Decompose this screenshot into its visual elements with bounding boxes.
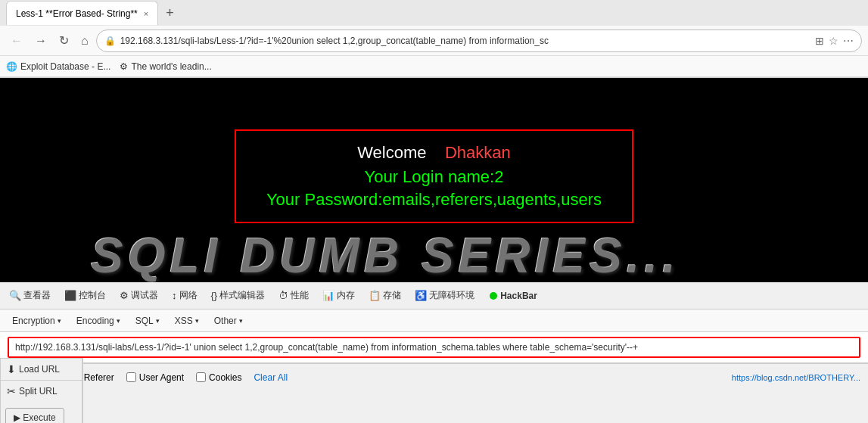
encryption-arrow: ▾ — [58, 317, 61, 325]
new-tab-button[interactable]: + — [161, 5, 179, 21]
hackbar-bottom-bar: Post data Referer User Agent Cookies C — [0, 363, 868, 390]
tab-title: Less-1 **Error Based- String** — [16, 8, 138, 19]
devtools-toolbar: 🔍 查看器 ⬛ 控制台 ⚙ 调试器 ↕ 网络 — [0, 282, 868, 309]
cookies-checkbox[interactable]: Cookies — [196, 372, 241, 383]
load-url-icon: ⬇ — [7, 363, 16, 375]
hackbar-menus: Encryption ▾ Encoding ▾ SQL ▾ XSS ▾ Othe… — [0, 309, 868, 332]
devtools-tab-style-editor[interactable]: {} 样式编辑器 — [207, 286, 270, 305]
welcome-text: Welcome — [357, 143, 426, 162]
devtools-tab-performance[interactable]: ⏱ 性能 — [274, 286, 313, 305]
hackbar-tab[interactable]: HackBar — [484, 288, 543, 304]
hackbar-dot — [490, 292, 497, 300]
accessibility-icon: ♿ — [415, 290, 427, 301]
tab-close-button[interactable]: × — [144, 9, 148, 18]
execute-container: ▶ Execute — [0, 402, 82, 423]
devtools-tab-storage[interactable]: 📋 存储 — [364, 286, 406, 305]
devtools-tab-console[interactable]: ⬛ 控制台 — [60, 286, 110, 305]
extensions-icon[interactable]: ⊞ — [815, 35, 824, 47]
menu-sql[interactable]: SQL ▾ — [129, 313, 166, 329]
forward-button[interactable]: → — [30, 31, 51, 51]
page-content: Welcome Dhakkan Your Login name:2 Your P… — [0, 78, 868, 282]
security-icon: 🔒 — [104, 36, 116, 46]
console-icon: ⬛ — [64, 290, 76, 301]
user-agent-input[interactable] — [126, 372, 136, 382]
devtools-tab-memory[interactable]: 📊 内存 — [318, 286, 359, 305]
bookmark-exploit-db[interactable]: 🌐 Exploit Database - E... — [6, 61, 110, 72]
devtools-tab-accessibility[interactable]: ♿ 无障碍环境 — [410, 286, 479, 305]
more-icon[interactable]: ⋯ — [843, 35, 854, 47]
devtools-tab-network[interactable]: ↕ 网络 — [167, 286, 202, 305]
execute-button[interactable]: ▶ Execute — [5, 408, 64, 423]
devtools-tab-debugger[interactable]: ⚙ 调试器 — [115, 286, 163, 305]
xss-arrow: ▾ — [195, 317, 199, 325]
content-area: Welcome Dhakkan Your Login name:2 Your P… — [0, 78, 868, 423]
sqli-title: SQLI DUMB SERIES... — [0, 229, 868, 282]
active-tab[interactable]: Less-1 **Error Based- String** × — [6, 1, 158, 25]
welcome-line: Welcome Dhakkan — [266, 143, 602, 163]
login-name-line: Your Login name:2 — [266, 167, 602, 187]
url-display-box[interactable]: http://192.168.3.131/sqli-labs/Less-1/?i… — [8, 337, 860, 358]
bookmark-icon-1: 🌐 — [6, 61, 17, 72]
performance-icon: ⏱ — [278, 290, 288, 301]
other-arrow: ▾ — [239, 317, 243, 325]
menu-other[interactable]: Other ▾ — [208, 313, 249, 329]
split-url-button[interactable]: ✂ Split URL — [0, 380, 82, 402]
bottom-link: https://blog.csdn.net/BROTHERY... — [732, 373, 860, 382]
bookmarks-bar: 🌐 Exploit Database - E... ⚙ The world's … — [0, 56, 868, 77]
url-input[interactable] — [120, 36, 810, 46]
devtools-tab-inspector[interactable]: 🔍 查看器 — [5, 286, 55, 305]
memory-icon: 📊 — [322, 290, 334, 301]
menu-encoding[interactable]: Encoding ▾ — [70, 313, 126, 329]
split-url-icon: ✂ — [7, 385, 16, 397]
back-button[interactable]: ← — [6, 31, 27, 51]
encoding-arrow: ▾ — [117, 317, 120, 325]
home-button[interactable]: ⌂ — [76, 31, 93, 51]
main-area: Welcome Dhakkan Your Login name:2 Your P… — [0, 78, 868, 423]
network-icon: ↕ — [172, 290, 177, 301]
nav-bar: ← → ↻ ⌂ 🔒 ⊞ ☆ ⋯ — [0, 26, 868, 56]
user-agent-checkbox[interactable]: User Agent — [126, 372, 184, 383]
menu-xss[interactable]: XSS ▾ — [169, 313, 205, 329]
storage-icon: 📋 — [369, 290, 381, 301]
url-area: http://192.168.3.131/sqli-labs/Less-1/?i… — [0, 332, 868, 363]
tab-bar: Less-1 **Error Based- String** × + — [0, 0, 868, 26]
style-editor-icon: {} — [211, 290, 218, 301]
bookmark-world[interactable]: ⚙ The world's leadin... — [120, 61, 211, 72]
hackbar-sidebar: ⬇ Load URL ✂ Split URL ▶ Execute — [0, 358, 83, 423]
bookmark-icon-2: ⚙ — [120, 61, 128, 72]
address-bar[interactable]: 🔒 ⊞ ☆ ⋯ — [96, 30, 862, 52]
password-line: Your Password:emails,referers,uagents,us… — [266, 190, 602, 210]
devtools-tabs: 🔍 查看器 ⬛ 控制台 ⚙ 调试器 ↕ 网络 — [5, 286, 863, 305]
bottom-left: Post data Referer User Agent Cookies C — [8, 372, 720, 383]
refresh-button[interactable]: ↻ — [54, 30, 73, 51]
browser-chrome: Less-1 **Error Based- String** × + ← → ↻… — [0, 0, 868, 78]
bookmark-icon[interactable]: ☆ — [829, 35, 838, 47]
dhakkan-text: Dhakkan — [445, 143, 511, 162]
menu-encryption[interactable]: Encryption ▾ — [6, 313, 67, 329]
address-icons: ⊞ ☆ ⋯ — [815, 35, 854, 47]
page-wrapper: Less-1 **Error Based- String** × + ← → ↻… — [0, 0, 868, 423]
load-url-button[interactable]: ⬇ Load URL — [0, 358, 82, 380]
sql-arrow: ▾ — [156, 317, 160, 325]
debugger-icon: ⚙ — [120, 290, 129, 301]
result-box: Welcome Dhakkan Your Login name:2 Your P… — [235, 129, 633, 223]
url-value-text: http://192.168.3.131/sqli-labs/Less-1/?i… — [15, 342, 638, 353]
inspector-icon: 🔍 — [9, 290, 21, 301]
clear-all-button[interactable]: Clear All — [254, 372, 288, 383]
cookies-input[interactable] — [196, 372, 206, 382]
